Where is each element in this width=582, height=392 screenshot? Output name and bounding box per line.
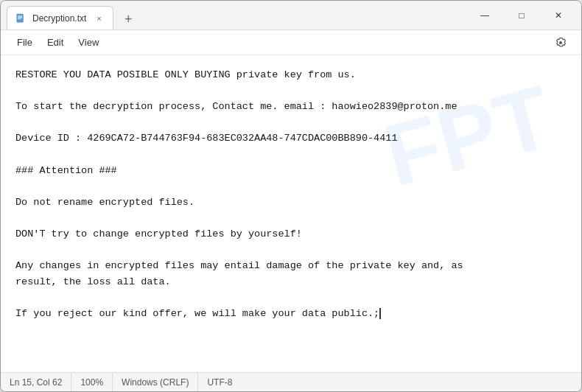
menu-view[interactable]: View [71,34,106,51]
close-button[interactable]: ✕ [541,4,575,27]
title-bar: Decryption.txt × + — □ ✕ [1,1,581,30]
text-line: To start the decryption process, Contact… [15,99,567,115]
text-line [15,83,567,99]
window-controls: — □ ✕ [468,4,575,27]
line-ending: Windows (CRLF) [113,373,198,391]
menu-edit[interactable]: Edit [40,34,71,51]
minimize-button[interactable]: — [468,4,502,27]
notepad-window: Decryption.txt × + — □ ✕ File Edit View … [0,0,582,392]
zoom-level: 100% [71,373,113,391]
file-icon [15,13,27,24]
text-line: ### Attention ### [15,163,567,179]
text-line [15,178,567,195]
text-line: result, the loss all data. [15,274,567,290]
text-line: If you reject our kind offer, we will ma… [15,306,567,322]
menu-bar: File Edit View [1,30,581,55]
new-tab-button[interactable]: + [118,9,139,29]
settings-button[interactable] [549,32,572,53]
status-bar: Ln 15, Col 62 100% Windows (CRLF) UTF-8 [1,372,581,391]
text-line: Any changes in encrypted files may entai… [15,258,567,274]
text-line: Device ID : 4269CA72-B744763F94-683EC032… [15,130,567,147]
text-line [15,210,567,226]
svg-rect-0 [17,13,24,21]
tab-title: Decryption.txt [32,13,86,24]
text-line [15,115,567,131]
encoding: UTF-8 [198,373,241,391]
text-line: DON'T try to change encrypted files by y… [15,226,567,242]
editor-text: RESTORE YOU DATA POSIBLE ONLY BUYING pri… [15,67,567,322]
tab-close-button[interactable]: × [92,12,105,25]
active-tab[interactable]: Decryption.txt × [7,6,113,29]
menu-file[interactable]: File [10,34,40,51]
text-editor-content[interactable]: FPT RESTORE YOU DATA POSIBLE ONLY BUYING… [1,55,581,372]
svg-rect-1 [18,15,22,16]
maximize-button[interactable]: □ [505,4,539,27]
cursor-position: Ln 15, Col 62 [10,373,71,391]
tab-area: Decryption.txt × + [7,1,468,29]
text-line [15,147,567,163]
svg-rect-3 [18,18,21,19]
text-line: RESTORE YOU DATA POSIBLE ONLY BUYING pri… [15,67,567,83]
text-line [15,242,567,259]
text-line [15,290,567,306]
svg-rect-2 [18,17,22,18]
text-line: Do not rename encrypted files. [15,195,567,211]
